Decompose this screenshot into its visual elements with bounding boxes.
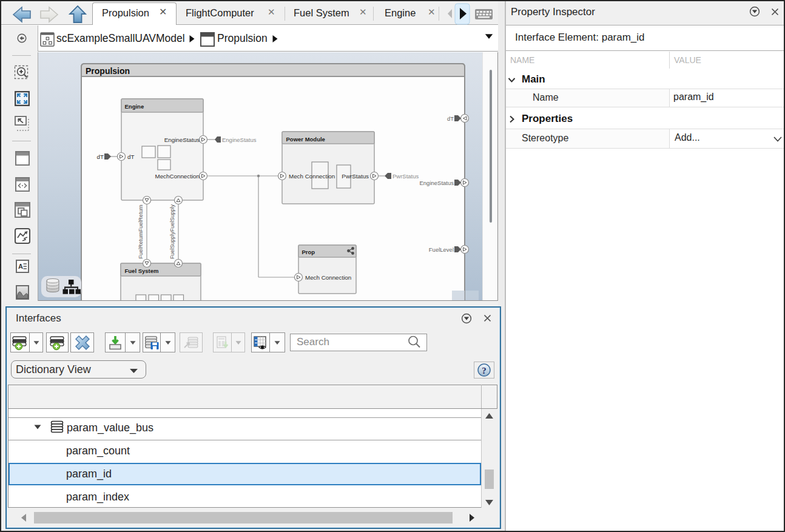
svg-text:EngineStatus: EngineStatus bbox=[164, 136, 200, 143]
svg-text:dT: dT bbox=[127, 153, 134, 160]
svg-text:EngineStatus: EngineStatus bbox=[222, 136, 257, 143]
svg-text:dT: dT bbox=[97, 153, 104, 160]
svg-text:MechConnection: MechConnection bbox=[155, 173, 200, 180]
svg-text:Power Module: Power Module bbox=[286, 136, 325, 143]
svg-text:PwrStatus: PwrStatus bbox=[392, 173, 419, 180]
svg-text:Fuel System: Fuel System bbox=[125, 268, 159, 274]
svg-text:FuelSupplyFuelSupply: FuelSupplyFuelSupply bbox=[169, 204, 175, 259]
svg-text:Prop: Prop bbox=[302, 249, 315, 255]
svg-text:Engine: Engine bbox=[125, 103, 144, 110]
svg-text:Mech Connection: Mech Connection bbox=[305, 274, 351, 281]
svg-text:Propulsion: Propulsion bbox=[86, 66, 130, 76]
svg-text:FuelLevel: FuelLevel bbox=[429, 246, 454, 253]
svg-text:A: A bbox=[18, 263, 23, 270]
svg-text:?: ? bbox=[482, 366, 487, 375]
svg-text:PwrStatus: PwrStatus bbox=[342, 173, 369, 180]
svg-text:dT: dT bbox=[447, 115, 454, 122]
svg-text:FuelReturnFuelReturn: FuelReturnFuelReturn bbox=[138, 204, 144, 258]
svg-text:Mech Connection: Mech Connection bbox=[289, 173, 335, 180]
svg-text:EngineStatus: EngineStatus bbox=[419, 180, 454, 186]
